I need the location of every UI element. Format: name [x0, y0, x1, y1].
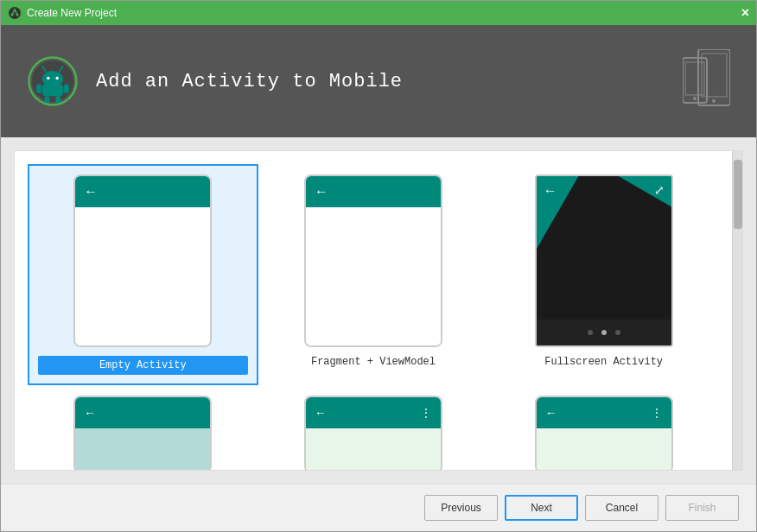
app-icon — [8, 6, 22, 20]
svg-rect-20 — [702, 54, 727, 97]
fullscreen-back-icon: ← — [544, 183, 557, 199]
title-bar-title: Create New Project — [27, 7, 117, 19]
scrollbar[interactable] — [732, 151, 742, 470]
activity-grid: ← Empty Activity ← Fragment + ViewModel — [15, 151, 732, 470]
svg-point-1 — [11, 14, 14, 16]
fullscreen-activity-label: Fullscreen Activity — [544, 356, 663, 368]
empty-activity-label: Empty Activity — [38, 356, 248, 375]
partial-preview-2: ← ⋮ — [304, 396, 442, 470]
activity-grid-container: ← Empty Activity ← Fragment + ViewModel — [14, 150, 743, 471]
partial-menu-icon-2: ⋮ — [420, 406, 432, 420]
activity-card-row2-col3[interactable]: ← ⋮ — [488, 385, 719, 470]
partial-preview-3: ← ⋮ — [535, 396, 673, 470]
svg-point-8 — [47, 77, 49, 79]
scrollbar-thumb[interactable] — [734, 160, 742, 229]
cancel-button[interactable]: Cancel — [585, 495, 658, 521]
fragment-activity-preview: ← — [304, 174, 442, 347]
svg-rect-14 — [55, 96, 60, 104]
header-title: Add an Activity to Mobile — [96, 71, 403, 92]
header: Add an Activity to Mobile — [1, 25, 756, 137]
partial-back-icon-1: ← — [84, 406, 96, 420]
activity-card-row2-col2[interactable]: ← ⋮ — [258, 385, 489, 470]
svg-rect-11 — [36, 84, 41, 92]
back-arrow-icon: ← — [84, 184, 98, 200]
activity-card-empty[interactable]: ← Empty Activity — [28, 164, 258, 385]
activity-card-fragment[interactable]: ← Fragment + ViewModel — [258, 164, 489, 385]
next-button[interactable]: Next — [505, 495, 578, 521]
fullscreen-activity-preview: ← ⤢ — [535, 174, 673, 347]
main-content: ← Empty Activity ← Fragment + ViewModel — [1, 137, 756, 484]
svg-rect-10 — [42, 84, 63, 96]
close-button[interactable]: × — [741, 6, 749, 20]
activity-card-fullscreen[interactable]: ← ⤢ Fullscreen Activity — [488, 164, 719, 385]
svg-rect-16 — [683, 58, 707, 103]
finish-button[interactable]: Finish — [665, 495, 739, 521]
android-studio-logo — [27, 55, 79, 107]
activity-card-row2-col1[interactable]: ← — [28, 385, 258, 470]
svg-point-21 — [712, 99, 716, 103]
header-left: Add an Activity to Mobile — [27, 55, 403, 107]
empty-activity-preview: ← — [73, 174, 212, 347]
partial-back-icon-3: ← — [545, 406, 557, 420]
partial-menu-icon-3: ⋮ — [651, 406, 663, 420]
title-bar-left: Create New Project — [8, 6, 117, 20]
window: Create New Project × — [0, 0, 757, 532]
svg-rect-12 — [64, 84, 69, 92]
partial-back-icon-2: ← — [315, 406, 327, 420]
svg-point-18 — [693, 97, 697, 100]
svg-point-9 — [55, 77, 58, 79]
svg-point-2 — [16, 14, 19, 16]
previous-button[interactable]: Previous — [424, 495, 498, 521]
phone-tablet-icon — [683, 49, 730, 114]
svg-rect-13 — [45, 96, 50, 104]
title-bar: Create New Project × — [1, 1, 756, 25]
bottom-toolbar: Previous Next Cancel Finish — [1, 484, 756, 531]
fragment-activity-label: Fragment + ViewModel — [311, 356, 436, 368]
device-icons — [683, 49, 730, 114]
fullscreen-expand-icon: ⤢ — [654, 183, 665, 197]
partial-preview-1: ← — [73, 396, 212, 470]
back-arrow-icon-2: ← — [315, 184, 328, 200]
